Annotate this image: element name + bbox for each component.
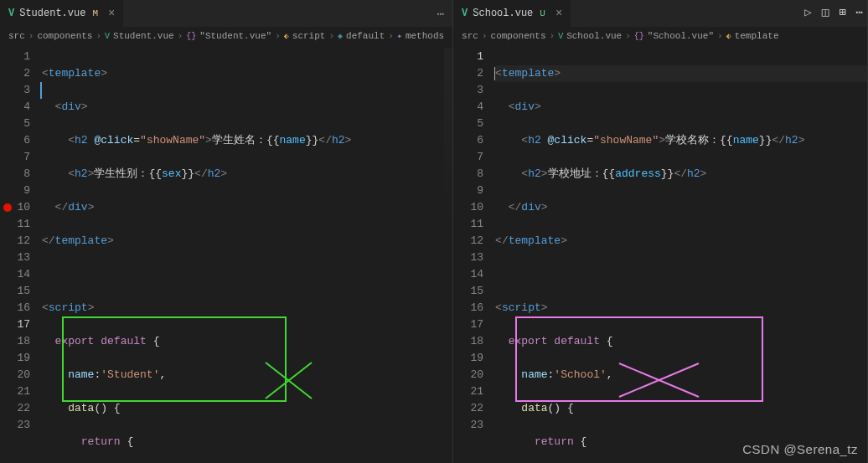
- line-gutter: 1234567891011121314151617181920212223: [0, 49, 42, 463]
- more-icon[interactable]: ⋯: [856, 5, 863, 19]
- vue-icon: V: [8, 8, 14, 19]
- tab-label: School.vue: [473, 8, 533, 19]
- code-editor-left[interactable]: 1234567891011121314151617181920212223 <t…: [0, 45, 452, 463]
- breadcrumbs-left[interactable]: src › components › V Student.vue › {} "S…: [0, 27, 452, 45]
- crumb[interactable]: methods: [406, 31, 444, 41]
- editor-pane-right: V School.vue U × src › components › V Sc…: [453, 0, 868, 463]
- run-icon[interactable]: ▷: [804, 5, 811, 19]
- tab-label: Student.vue: [19, 8, 85, 19]
- annotation-box-right: [515, 316, 763, 402]
- method-icon: ✦: [397, 31, 402, 41]
- crumb[interactable]: default: [346, 31, 385, 41]
- cube-icon: ◈: [338, 31, 343, 41]
- minimap[interactable]: [444, 49, 452, 463]
- tag-icon: ⬖: [284, 31, 289, 41]
- braces-icon: {}: [186, 32, 196, 41]
- code-area-right[interactable]: <template> <div> <h2 @click="showName">学…: [495, 49, 867, 463]
- close-icon[interactable]: ×: [555, 8, 562, 19]
- braces-icon: {}: [634, 32, 644, 41]
- vue-icon: V: [558, 32, 563, 41]
- breadcrumbs-right[interactable]: src › components › V School.vue › {} "Sc…: [453, 27, 867, 45]
- layout-icon[interactable]: ⊞: [839, 5, 845, 19]
- crumb[interactable]: components: [37, 31, 92, 41]
- tab-school[interactable]: V School.vue U ×: [453, 0, 571, 27]
- tag-icon: ⬖: [726, 31, 731, 41]
- crumb[interactable]: script: [292, 31, 326, 41]
- crumb[interactable]: School.vue: [566, 31, 622, 41]
- tab-actions-left: ⋯: [437, 7, 452, 21]
- line-gutter: 1234567891011121314151617181920212223: [453, 49, 495, 463]
- more-icon[interactable]: ⋯: [437, 7, 444, 21]
- code-area-left[interactable]: <template> <div> <h2 @click="showName">学…: [42, 49, 452, 463]
- breakpoint-icon[interactable]: [3, 203, 12, 212]
- crumb[interactable]: src: [462, 31, 478, 41]
- annotation-box-left: [62, 316, 287, 402]
- crumb[interactable]: src: [8, 31, 25, 41]
- crumb[interactable]: components: [491, 31, 546, 41]
- watermark: CSDN @Serena_tz: [742, 442, 858, 456]
- crumb[interactable]: "Student.vue": [199, 31, 271, 41]
- vue-icon: V: [462, 8, 468, 19]
- crumb[interactable]: template: [735, 31, 779, 41]
- vue-icon: V: [105, 32, 110, 41]
- editor-pane-left: V Student.vue M × ⋯ src › components › V…: [0, 0, 453, 463]
- crumb[interactable]: Student.vue: [113, 31, 174, 41]
- split-icon[interactable]: ◫: [822, 5, 829, 19]
- untracked-indicator: U: [540, 8, 545, 18]
- close-icon[interactable]: ×: [108, 8, 115, 19]
- tab-student[interactable]: V Student.vue M ×: [0, 0, 124, 27]
- code-editor-right[interactable]: + 1234567891011121314151617181920212223 …: [453, 45, 867, 463]
- tab-bar-left: V Student.vue M × ⋯: [0, 0, 452, 27]
- editor-group-actions: ▷ ◫ ⊞ ⋯: [804, 5, 863, 19]
- crumb[interactable]: "School.vue": [648, 31, 714, 41]
- modified-indicator: M: [92, 8, 98, 18]
